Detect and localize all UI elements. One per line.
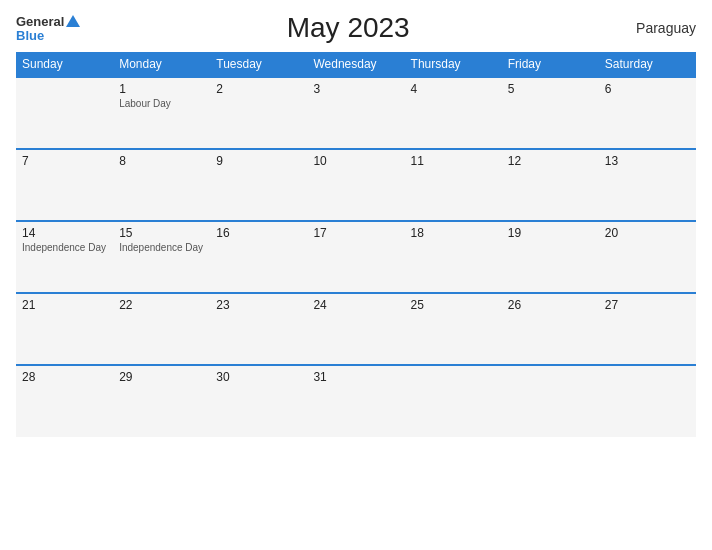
- calendar-week-row: 1Labour Day23456: [16, 77, 696, 149]
- day-number: 27: [605, 298, 690, 312]
- header-friday: Friday: [502, 52, 599, 77]
- calendar-cell: 25: [405, 293, 502, 365]
- calendar-cell: 20: [599, 221, 696, 293]
- calendar-cell: 27: [599, 293, 696, 365]
- calendar-cell: 4: [405, 77, 502, 149]
- calendar-cell: 14Independence Day: [16, 221, 113, 293]
- calendar-cell: 24: [307, 293, 404, 365]
- calendar-cell: 30: [210, 365, 307, 437]
- calendar-cell: 17: [307, 221, 404, 293]
- holiday-label: Independence Day: [119, 242, 204, 253]
- logo-general-text: General: [16, 15, 64, 28]
- calendar-cell: 28: [16, 365, 113, 437]
- day-number: 6: [605, 82, 690, 96]
- header-sunday: Sunday: [16, 52, 113, 77]
- calendar-cell: 18: [405, 221, 502, 293]
- day-number: 5: [508, 82, 593, 96]
- calendar-cell: 9: [210, 149, 307, 221]
- day-number: 28: [22, 370, 107, 384]
- calendar-cell: 19: [502, 221, 599, 293]
- calendar-page: General Blue May 2023 Paraguay Sunday Mo…: [0, 0, 712, 550]
- day-number: 12: [508, 154, 593, 168]
- day-number: 21: [22, 298, 107, 312]
- month-title: May 2023: [80, 12, 616, 44]
- calendar-week-row: 28293031: [16, 365, 696, 437]
- calendar-cell: 29: [113, 365, 210, 437]
- day-number: 3: [313, 82, 398, 96]
- calendar-cell: 15Independence Day: [113, 221, 210, 293]
- day-number: 13: [605, 154, 690, 168]
- header-wednesday: Wednesday: [307, 52, 404, 77]
- calendar-week-row: 78910111213: [16, 149, 696, 221]
- calendar-body: 1Labour Day234567891011121314Independenc…: [16, 77, 696, 437]
- day-number: 25: [411, 298, 496, 312]
- calendar-cell: [405, 365, 502, 437]
- day-number: 31: [313, 370, 398, 384]
- day-number: 24: [313, 298, 398, 312]
- day-number: 20: [605, 226, 690, 240]
- day-number: 10: [313, 154, 398, 168]
- country-label: Paraguay: [616, 20, 696, 36]
- calendar-cell: 31: [307, 365, 404, 437]
- day-number: 7: [22, 154, 107, 168]
- logo-triangle-icon: [66, 15, 80, 27]
- calendar-cell: 10: [307, 149, 404, 221]
- calendar-table: Sunday Monday Tuesday Wednesday Thursday…: [16, 52, 696, 437]
- day-number: 1: [119, 82, 204, 96]
- calendar-cell: [599, 365, 696, 437]
- day-number: 30: [216, 370, 301, 384]
- day-number: 11: [411, 154, 496, 168]
- calendar-cell: [16, 77, 113, 149]
- logo-blue-text: Blue: [16, 29, 44, 42]
- day-number: 2: [216, 82, 301, 96]
- calendar-cell: 7: [16, 149, 113, 221]
- holiday-label: Independence Day: [22, 242, 107, 253]
- holiday-label: Labour Day: [119, 98, 204, 109]
- calendar-cell: 3: [307, 77, 404, 149]
- day-number: 18: [411, 226, 496, 240]
- day-number: 22: [119, 298, 204, 312]
- calendar-cell: 8: [113, 149, 210, 221]
- day-number: 8: [119, 154, 204, 168]
- day-number: 16: [216, 226, 301, 240]
- weekday-header-row: Sunday Monday Tuesday Wednesday Thursday…: [16, 52, 696, 77]
- day-number: 9: [216, 154, 301, 168]
- day-number: 23: [216, 298, 301, 312]
- calendar-cell: 23: [210, 293, 307, 365]
- calendar-cell: 21: [16, 293, 113, 365]
- calendar-cell: 6: [599, 77, 696, 149]
- day-number: 26: [508, 298, 593, 312]
- calendar-cell: 26: [502, 293, 599, 365]
- calendar-week-row: 14Independence Day15Independence Day1617…: [16, 221, 696, 293]
- calendar-cell: 12: [502, 149, 599, 221]
- calendar-header: General Blue May 2023 Paraguay: [16, 12, 696, 44]
- day-number: 19: [508, 226, 593, 240]
- calendar-cell: 2: [210, 77, 307, 149]
- calendar-cell: 13: [599, 149, 696, 221]
- calendar-cell: [502, 365, 599, 437]
- header-monday: Monday: [113, 52, 210, 77]
- day-number: 17: [313, 226, 398, 240]
- calendar-cell: 1Labour Day: [113, 77, 210, 149]
- header-thursday: Thursday: [405, 52, 502, 77]
- day-number: 29: [119, 370, 204, 384]
- logo: General Blue: [16, 15, 80, 42]
- header-tuesday: Tuesday: [210, 52, 307, 77]
- day-number: 14: [22, 226, 107, 240]
- calendar-cell: 22: [113, 293, 210, 365]
- header-saturday: Saturday: [599, 52, 696, 77]
- day-number: 15: [119, 226, 204, 240]
- day-number: 4: [411, 82, 496, 96]
- calendar-cell: 5: [502, 77, 599, 149]
- calendar-week-row: 21222324252627: [16, 293, 696, 365]
- calendar-cell: 16: [210, 221, 307, 293]
- calendar-cell: 11: [405, 149, 502, 221]
